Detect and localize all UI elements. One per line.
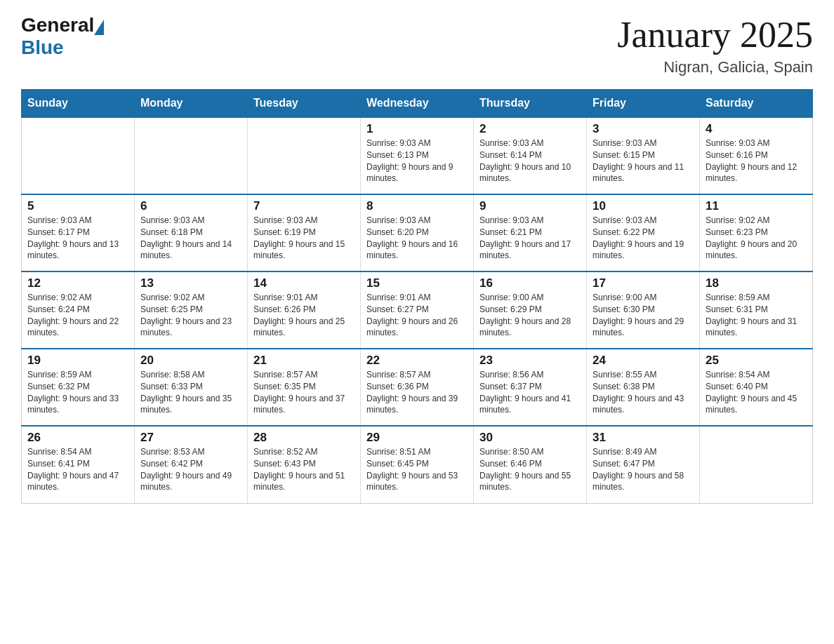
calendar-cell: 26Sunrise: 8:54 AMSunset: 6:41 PMDayligh… bbox=[22, 426, 135, 503]
calendar-body: 1Sunrise: 9:03 AMSunset: 6:13 PMDaylight… bbox=[22, 117, 813, 503]
day-info: Sunrise: 8:54 AMSunset: 6:40 PMDaylight:… bbox=[706, 369, 807, 416]
calendar-cell: 20Sunrise: 8:58 AMSunset: 6:33 PMDayligh… bbox=[135, 349, 248, 426]
calendar-cell: 14Sunrise: 9:01 AMSunset: 6:26 PMDayligh… bbox=[248, 271, 361, 349]
calendar-cell: 17Sunrise: 9:00 AMSunset: 6:30 PMDayligh… bbox=[587, 271, 700, 349]
logo: General Blue bbox=[21, 14, 104, 59]
calendar-cell: 4Sunrise: 9:03 AMSunset: 6:16 PMDaylight… bbox=[700, 117, 813, 194]
day-number: 9 bbox=[479, 199, 581, 213]
calendar-table: SundayMondayTuesdayWednesdayThursdayFrid… bbox=[21, 89, 813, 504]
day-info: Sunrise: 9:00 AMSunset: 6:29 PMDaylight:… bbox=[479, 292, 581, 339]
calendar-week-row: 5Sunrise: 9:03 AMSunset: 6:17 PMDaylight… bbox=[22, 194, 813, 271]
calendar-cell: 31Sunrise: 8:49 AMSunset: 6:47 PMDayligh… bbox=[587, 426, 700, 503]
calendar-cell: 15Sunrise: 9:01 AMSunset: 6:27 PMDayligh… bbox=[361, 271, 474, 349]
day-number: 15 bbox=[366, 276, 468, 290]
calendar-cell: 12Sunrise: 9:02 AMSunset: 6:24 PMDayligh… bbox=[22, 271, 135, 349]
day-number: 14 bbox=[253, 276, 355, 290]
day-info: Sunrise: 9:02 AMSunset: 6:23 PMDaylight:… bbox=[706, 215, 807, 262]
day-info: Sunrise: 9:01 AMSunset: 6:27 PMDaylight:… bbox=[366, 292, 468, 339]
day-number: 3 bbox=[593, 122, 694, 136]
day-info: Sunrise: 9:02 AMSunset: 6:25 PMDaylight:… bbox=[140, 292, 241, 339]
calendar-cell: 19Sunrise: 8:59 AMSunset: 6:32 PMDayligh… bbox=[22, 349, 135, 426]
day-of-week-header: Saturday bbox=[700, 90, 813, 118]
calendar-cell: 2Sunrise: 9:03 AMSunset: 6:14 PMDaylight… bbox=[474, 117, 587, 194]
calendar-cell: 21Sunrise: 8:57 AMSunset: 6:35 PMDayligh… bbox=[248, 349, 361, 426]
day-info: Sunrise: 8:50 AMSunset: 6:46 PMDaylight:… bbox=[479, 446, 581, 493]
day-of-week-header: Friday bbox=[587, 90, 700, 118]
day-info: Sunrise: 9:03 AMSunset: 6:13 PMDaylight:… bbox=[366, 137, 468, 185]
page-header: General Blue January 2025 Nigran, Galici… bbox=[21, 14, 813, 76]
logo-general-text: General bbox=[21, 14, 94, 36]
day-info: Sunrise: 9:01 AMSunset: 6:26 PMDaylight:… bbox=[253, 292, 355, 339]
day-number: 2 bbox=[479, 122, 581, 136]
day-number: 19 bbox=[27, 354, 128, 368]
day-number: 25 bbox=[706, 354, 807, 368]
calendar-cell bbox=[135, 117, 248, 194]
day-number: 24 bbox=[593, 354, 694, 368]
day-number: 17 bbox=[593, 276, 694, 290]
day-number: 13 bbox=[140, 276, 241, 290]
day-info: Sunrise: 8:49 AMSunset: 6:47 PMDaylight:… bbox=[593, 446, 694, 493]
day-number: 26 bbox=[27, 431, 128, 445]
calendar-cell: 25Sunrise: 8:54 AMSunset: 6:40 PMDayligh… bbox=[700, 349, 813, 426]
day-info: Sunrise: 8:55 AMSunset: 6:38 PMDaylight:… bbox=[593, 369, 694, 416]
day-number: 8 bbox=[366, 199, 468, 213]
day-info: Sunrise: 9:02 AMSunset: 6:24 PMDaylight:… bbox=[27, 292, 128, 339]
calendar-cell bbox=[248, 117, 361, 194]
day-number: 29 bbox=[366, 431, 468, 445]
calendar-week-row: 12Sunrise: 9:02 AMSunset: 6:24 PMDayligh… bbox=[22, 271, 813, 349]
day-info: Sunrise: 8:54 AMSunset: 6:41 PMDaylight:… bbox=[27, 446, 128, 493]
day-info: Sunrise: 8:52 AMSunset: 6:43 PMDaylight:… bbox=[253, 446, 355, 493]
day-number: 23 bbox=[479, 354, 581, 368]
calendar-cell: 18Sunrise: 8:59 AMSunset: 6:31 PMDayligh… bbox=[700, 271, 813, 349]
calendar-cell: 28Sunrise: 8:52 AMSunset: 6:43 PMDayligh… bbox=[248, 426, 361, 503]
day-number: 16 bbox=[479, 276, 581, 290]
day-number: 6 bbox=[140, 199, 241, 213]
calendar-title: January 2025 bbox=[617, 14, 813, 55]
day-number: 27 bbox=[140, 431, 241, 445]
calendar-cell: 22Sunrise: 8:57 AMSunset: 6:36 PMDayligh… bbox=[361, 349, 474, 426]
day-number: 4 bbox=[706, 122, 807, 136]
calendar-cell: 11Sunrise: 9:02 AMSunset: 6:23 PMDayligh… bbox=[700, 194, 813, 271]
calendar-cell: 27Sunrise: 8:53 AMSunset: 6:42 PMDayligh… bbox=[135, 426, 248, 503]
day-info: Sunrise: 9:03 AMSunset: 6:21 PMDaylight:… bbox=[479, 215, 581, 262]
day-number: 31 bbox=[593, 431, 694, 445]
day-of-week-header: Tuesday bbox=[248, 90, 361, 118]
day-number: 21 bbox=[253, 354, 355, 368]
day-info: Sunrise: 8:58 AMSunset: 6:33 PMDaylight:… bbox=[140, 369, 241, 416]
day-number: 1 bbox=[366, 122, 468, 136]
calendar-header: SundayMondayTuesdayWednesdayThursdayFrid… bbox=[22, 90, 813, 118]
calendar-cell: 1Sunrise: 9:03 AMSunset: 6:13 PMDaylight… bbox=[361, 117, 474, 194]
logo-blue-text: Blue bbox=[21, 36, 64, 59]
calendar-cell bbox=[700, 426, 813, 503]
day-info: Sunrise: 8:57 AMSunset: 6:35 PMDaylight:… bbox=[253, 369, 355, 416]
calendar-cell bbox=[22, 117, 135, 194]
day-info: Sunrise: 9:00 AMSunset: 6:30 PMDaylight:… bbox=[593, 292, 694, 339]
day-info: Sunrise: 8:51 AMSunset: 6:45 PMDaylight:… bbox=[366, 446, 468, 493]
title-block: January 2025 Nigran, Galicia, Spain bbox=[617, 14, 813, 76]
calendar-cell: 5Sunrise: 9:03 AMSunset: 6:17 PMDaylight… bbox=[22, 194, 135, 271]
calendar-subtitle: Nigran, Galicia, Spain bbox=[617, 58, 813, 76]
calendar-cell: 9Sunrise: 9:03 AMSunset: 6:21 PMDaylight… bbox=[474, 194, 587, 271]
logo-triangle-icon bbox=[94, 20, 104, 35]
day-number: 28 bbox=[253, 431, 355, 445]
day-number: 5 bbox=[27, 199, 128, 213]
day-info: Sunrise: 9:03 AMSunset: 6:14 PMDaylight:… bbox=[479, 137, 581, 185]
day-number: 18 bbox=[706, 276, 807, 290]
day-info: Sunrise: 9:03 AMSunset: 6:15 PMDaylight:… bbox=[593, 137, 694, 185]
calendar-cell: 16Sunrise: 9:00 AMSunset: 6:29 PMDayligh… bbox=[474, 271, 587, 349]
calendar-cell: 7Sunrise: 9:03 AMSunset: 6:19 PMDaylight… bbox=[248, 194, 361, 271]
day-info: Sunrise: 9:03 AMSunset: 6:18 PMDaylight:… bbox=[140, 215, 241, 262]
calendar-week-row: 26Sunrise: 8:54 AMSunset: 6:41 PMDayligh… bbox=[22, 426, 813, 503]
day-of-week-header: Sunday bbox=[22, 90, 135, 118]
day-info: Sunrise: 8:53 AMSunset: 6:42 PMDaylight:… bbox=[140, 446, 241, 493]
calendar-cell: 8Sunrise: 9:03 AMSunset: 6:20 PMDaylight… bbox=[361, 194, 474, 271]
day-info: Sunrise: 8:59 AMSunset: 6:32 PMDaylight:… bbox=[27, 369, 128, 416]
day-info: Sunrise: 9:03 AMSunset: 6:16 PMDaylight:… bbox=[706, 137, 807, 185]
calendar-cell: 30Sunrise: 8:50 AMSunset: 6:46 PMDayligh… bbox=[474, 426, 587, 503]
day-info: Sunrise: 8:59 AMSunset: 6:31 PMDaylight:… bbox=[706, 292, 807, 339]
calendar-cell: 24Sunrise: 8:55 AMSunset: 6:38 PMDayligh… bbox=[587, 349, 700, 426]
calendar-week-row: 1Sunrise: 9:03 AMSunset: 6:13 PMDaylight… bbox=[22, 117, 813, 194]
day-info: Sunrise: 9:03 AMSunset: 6:20 PMDaylight:… bbox=[366, 215, 468, 262]
day-info: Sunrise: 8:57 AMSunset: 6:36 PMDaylight:… bbox=[366, 369, 468, 416]
calendar-week-row: 19Sunrise: 8:59 AMSunset: 6:32 PMDayligh… bbox=[22, 349, 813, 426]
